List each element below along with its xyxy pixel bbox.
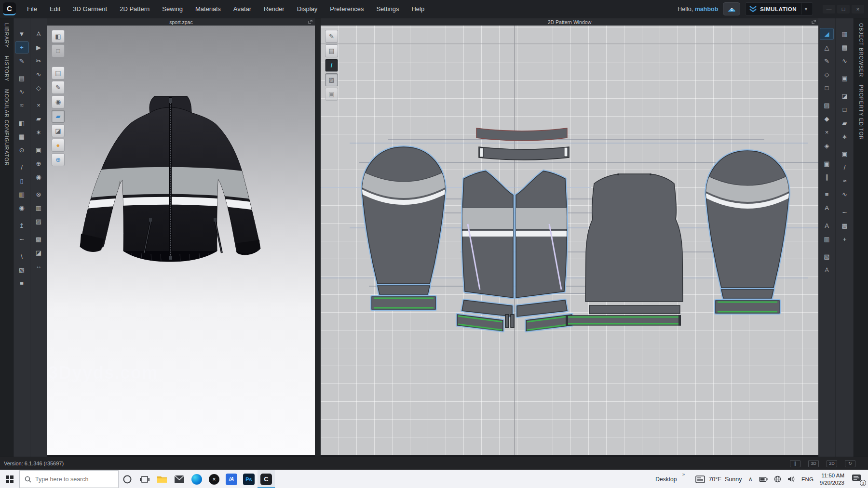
simulation-dropdown[interactable]: ▼	[801, 3, 811, 14]
squeeze-icon[interactable]: ↔	[32, 260, 46, 272]
internal-line-icon[interactable]: /	[15, 161, 29, 173]
split-view-button[interactable]: ∥	[790, 460, 800, 467]
menu-render[interactable]: Render	[258, 0, 291, 18]
3d-window-titlebar[interactable]: sport.zpac	[47, 18, 315, 26]
quilt-icon[interactable]: ▩	[838, 220, 852, 232]
roll-select-icon[interactable]: ▨	[32, 215, 46, 227]
annotate-text-icon[interactable]: A	[820, 202, 834, 214]
tack-curve-icon[interactable]: ∽	[15, 233, 29, 245]
machine-check-icon[interactable]: ▣	[838, 72, 852, 84]
sidebar-tab-property-editor[interactable]: PROPERTY EDITOR	[858, 85, 864, 140]
menu-2d-pattern[interactable]: 2D Pattern	[113, 0, 156, 18]
front-right-pattern[interactable]	[515, 171, 572, 331]
show-shadow-icon[interactable]: ◪	[52, 124, 65, 137]
zipper-icon[interactable]: ≡	[15, 277, 29, 290]
popout-icon[interactable]	[308, 20, 312, 24]
divide-icon[interactable]: ×	[820, 126, 834, 138]
zigzag-stitch-icon[interactable]: ∿	[838, 188, 852, 200]
xbox-button[interactable]: ×	[205, 470, 223, 488]
trace-icon[interactable]: ◈	[820, 140, 834, 152]
mail-button[interactable]	[171, 470, 188, 488]
graphic-flower-icon[interactable]: ∗	[32, 126, 46, 138]
button-lock-icon[interactable]: ⊗	[32, 188, 46, 200]
buttonhole-icon[interactable]: ◉	[32, 171, 46, 183]
edit-curve-icon[interactable]: △	[820, 41, 834, 53]
dash-stitch-icon[interactable]: ≈	[838, 175, 852, 187]
show-avatar-icon[interactable]: ◉	[52, 95, 65, 108]
show-stitches-icon[interactable]: ✎	[52, 81, 65, 94]
avatar-walk-icon[interactable]: ♙	[32, 28, 46, 40]
strap-tool-icon[interactable]: ▯	[15, 175, 29, 187]
cortana-button[interactable]	[119, 470, 136, 488]
left-sleeve-pattern[interactable]	[358, 147, 449, 309]
lift-garment-icon[interactable]: ↥	[15, 220, 29, 232]
machine-segment-icon[interactable]: ▤	[838, 41, 852, 53]
clo-cloud-button[interactable]: ☁ C	[723, 2, 740, 15]
wrap-strip-icon[interactable]: ▥	[32, 202, 46, 214]
menu-sewing[interactable]: Sewing	[156, 0, 189, 18]
back-hem-band[interactable]	[566, 315, 681, 326]
show-environment-icon[interactable]: ⊕	[52, 153, 65, 166]
menu-settings[interactable]: Settings	[370, 0, 405, 18]
menu-preferences[interactable]: Preferences	[324, 0, 370, 18]
refresh-button[interactable]: ↻	[845, 460, 855, 467]
walk-pattern-icon[interactable]: ♙	[820, 264, 834, 276]
transform-cursor-icon[interactable]: ▶	[32, 41, 46, 53]
menu-avatar[interactable]: Avatar	[227, 0, 258, 18]
right-sleeve-pattern[interactable]	[702, 151, 793, 313]
desktop-label[interactable]: Desktop »	[655, 476, 677, 483]
shirt-select-icon[interactable]: □	[838, 104, 852, 116]
machine-sew-icon[interactable]: ▦	[838, 28, 852, 40]
back-hem-strip[interactable]	[589, 305, 680, 314]
sewing-machine-icon[interactable]: ▦	[15, 131, 29, 143]
garment-print-icon[interactable]: ▣	[32, 144, 46, 156]
collar-piece-inner[interactable]	[479, 147, 569, 160]
battery-icon[interactable]	[759, 477, 768, 482]
menu-3d-garment[interactable]: 3D Garment	[67, 0, 113, 18]
edit-sewing-icon[interactable]: ✂	[32, 55, 46, 67]
clone-pattern-icon[interactable]: ▣	[820, 158, 834, 170]
edge-button[interactable]	[188, 470, 205, 488]
menu-display[interactable]: Display	[291, 0, 324, 18]
segment-sewing-icon[interactable]: ∿	[15, 86, 29, 98]
roll-fabric-icon[interactable]: ▩	[32, 233, 46, 245]
view-2d-button[interactable]: 2D	[827, 460, 837, 467]
task-view-button[interactable]	[136, 470, 153, 488]
pin-icon[interactable]: ⊙	[15, 144, 29, 156]
zigzag2-stitch-icon[interactable]: ∽	[838, 206, 852, 218]
simulate-icon[interactable]: ▼	[15, 28, 29, 40]
network-globe-icon[interactable]	[774, 475, 781, 483]
collar-piece-outer[interactable]	[476, 128, 567, 141]
clock[interactable]: 11:50 AM 9/20/2023	[820, 472, 844, 487]
start-button[interactable]	[0, 470, 19, 488]
front-left-pattern[interactable]	[457, 171, 515, 331]
transform-pattern-icon[interactable]: ◢	[820, 28, 834, 40]
sidebar-tab-history[interactable]: HISTORY	[4, 56, 10, 81]
pleat-fold-icon[interactable]: ▧	[820, 251, 834, 263]
text-style-icon[interactable]: A	[820, 220, 834, 232]
flower-graphic-icon[interactable]: ∗	[838, 131, 852, 143]
sewing-curve-icon[interactable]: ∿	[32, 68, 46, 80]
2d-pattern-viewport[interactable]: ✎▤i▨▣	[321, 26, 818, 455]
menu-file[interactable]: File	[21, 0, 43, 18]
detach-seam-icon[interactable]: ◇	[32, 82, 46, 94]
photoshop-button[interactable]: Ps	[240, 470, 258, 488]
username[interactable]: mahbob	[695, 6, 719, 13]
simulation-button[interactable]: SIMULATION ▼	[745, 2, 813, 15]
close-button[interactable]: ×	[852, 5, 864, 13]
2d-window-titlebar[interactable]: 2D Pattern Window	[321, 18, 818, 26]
3d-viewport[interactable]: ◧□▤✎◉▰◪●⊕	[47, 26, 315, 455]
remove-stitch-icon[interactable]: ×	[32, 99, 46, 111]
window-divider[interactable]	[315, 18, 321, 457]
menu-help[interactable]: Help	[405, 0, 431, 18]
select-garment-icon[interactable]: ▤	[15, 72, 29, 84]
file-explorer-button[interactable]	[153, 470, 171, 488]
clo-app-button[interactable]: C	[258, 470, 275, 488]
topstitch-icon[interactable]: ▰	[32, 113, 46, 125]
menu-edit[interactable]: Edit	[43, 0, 67, 18]
fold-arrangement-icon[interactable]: ◧	[15, 117, 29, 129]
clo-logo-icon[interactable]: C	[3, 2, 16, 15]
dart-icon[interactable]: ▨	[820, 99, 834, 111]
notch-icon[interactable]: ◆	[820, 113, 834, 125]
sidebar-tab-object-browser[interactable]: OBJECT BROWSER	[858, 23, 864, 77]
